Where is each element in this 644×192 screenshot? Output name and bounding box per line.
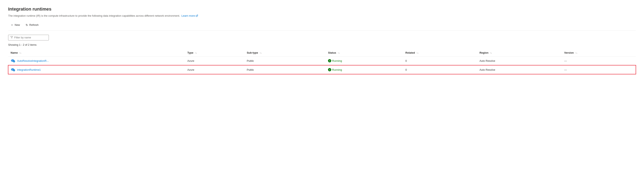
cell-type: Azure [185,56,244,65]
col-header-region[interactable]: Region ↑↓ [477,49,562,56]
plus-icon: ＋ [10,23,14,27]
cell-status: Running [326,65,403,74]
filter-icon [10,36,13,39]
learn-more-link[interactable]: Learn more [182,14,198,18]
filter-input[interactable] [14,36,46,39]
ir-name-link[interactable]: AutoResolveIntegrationR... [17,59,49,62]
col-header-related[interactable]: Related ↑↓ [403,49,477,56]
sort-icon-status: ↑↓ [338,52,340,54]
table-row[interactable]: integrationRuntime1AzurePublicRunning0Au… [8,65,636,74]
svg-point-9 [14,70,14,70]
cell-region: Auto Resolve [477,56,562,65]
refresh-button-label: Refresh [29,23,39,26]
cell-subtype: Public [244,56,326,65]
ir-icon [10,67,16,72]
status-text: Running [332,59,342,62]
status-check-icon [328,68,331,71]
sort-icon-version: ↑↓ [575,52,577,54]
col-header-status[interactable]: Status ↑↓ [326,49,403,56]
cell-name: AutoResolveIntegrationR... [8,56,185,65]
cell-type: Azure [185,65,244,74]
cell-name: integrationRuntime1 [8,65,185,74]
sort-icon-type: ↑↓ [195,52,197,54]
sort-icon-related: ↑↓ [416,52,418,54]
cell-subtype: Public [244,65,326,74]
filter-container [8,35,636,40]
cell-related: 0 [403,56,477,65]
cell-region: Auto Resolve [477,65,562,74]
sort-icon-name: ↑↓ [19,52,21,54]
table-row[interactable]: AutoResolveIntegrationR...AzurePublicRun… [8,56,636,65]
filter-input-wrapper[interactable] [8,35,49,40]
cell-status: Running [326,56,403,65]
sort-icon-subtype: ↑↓ [260,52,262,54]
table-header-row: Name ↑↓ Type ↑↓ Sub-type ↑↓ Status ↑↓ Re… [8,49,636,56]
svg-point-4 [14,61,14,62]
integration-runtimes-table: Name ↑↓ Type ↑↓ Sub-type ↑↓ Status ↑↓ Re… [8,49,636,74]
refresh-button[interactable]: ↻ Refresh [23,22,41,28]
table-body: AutoResolveIntegrationR...AzurePublicRun… [8,56,636,74]
showing-text: Showing 1 - 2 of 2 items [8,43,636,46]
cell-version: --- [562,65,636,74]
col-header-name[interactable]: Name ↑↓ [8,49,185,56]
col-header-type[interactable]: Type ↑↓ [185,49,244,56]
col-header-version[interactable]: Version ↑↓ [562,49,636,56]
external-link-icon [196,15,198,17]
cell-version: --- [562,56,636,65]
ir-name-link[interactable]: integrationRuntime1 [17,68,41,71]
new-button[interactable]: ＋ New [8,22,22,28]
new-button-label: New [15,23,20,26]
ir-icon [10,58,16,63]
table-header: Name ↑↓ Type ↑↓ Sub-type ↑↓ Status ↑↓ Re… [8,49,636,56]
page-title: Integration runtimes [8,6,636,12]
refresh-icon: ↻ [26,23,28,27]
status-check-icon [328,59,331,62]
page-description: The integration runtime (IR) is the comp… [8,14,636,18]
cell-related: 0 [403,65,477,74]
sort-icon-region: ↑↓ [490,52,492,54]
toolbar: ＋ New ↻ Refresh [8,22,636,31]
status-text: Running [332,68,342,71]
col-header-subtype[interactable]: Sub-type ↑↓ [244,49,326,56]
